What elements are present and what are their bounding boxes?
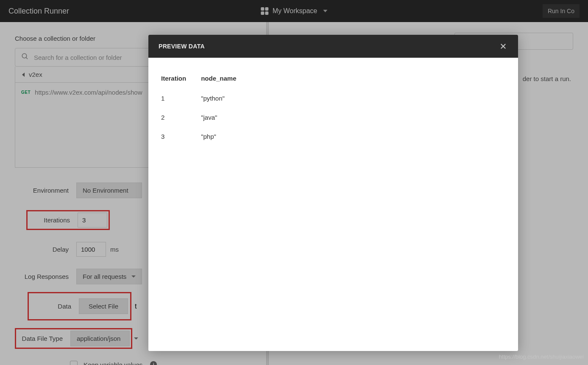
table-row: 2 "java" bbox=[161, 108, 244, 127]
modal-title: PREVIEW DATA bbox=[159, 43, 205, 50]
cell-value: "php" bbox=[201, 127, 244, 146]
table-row: 1 "python" bbox=[161, 89, 244, 108]
cell-value: "java" bbox=[201, 108, 244, 127]
modal-body: Iteration node_name 1 "python" 2 "java" … bbox=[148, 58, 518, 159]
cell-iter: 2 bbox=[161, 108, 201, 127]
table-row: 3 "php" bbox=[161, 127, 244, 146]
preview-data-modal: PREVIEW DATA Iteration node_name 1 "pyth… bbox=[148, 35, 518, 351]
col-nodename: node_name bbox=[201, 70, 244, 89]
preview-table: Iteration node_name 1 "python" 2 "java" … bbox=[161, 70, 244, 146]
cell-value: "python" bbox=[201, 89, 244, 108]
col-iteration: Iteration bbox=[161, 70, 201, 89]
close-icon bbox=[499, 42, 507, 50]
cell-iter: 3 bbox=[161, 127, 201, 146]
cell-iter: 1 bbox=[161, 89, 201, 108]
watermark: https://blog.csdn.net/shuijiaxiaowei bbox=[499, 354, 584, 360]
modal-header: PREVIEW DATA bbox=[148, 35, 518, 58]
modal-close-button[interactable] bbox=[499, 42, 508, 51]
